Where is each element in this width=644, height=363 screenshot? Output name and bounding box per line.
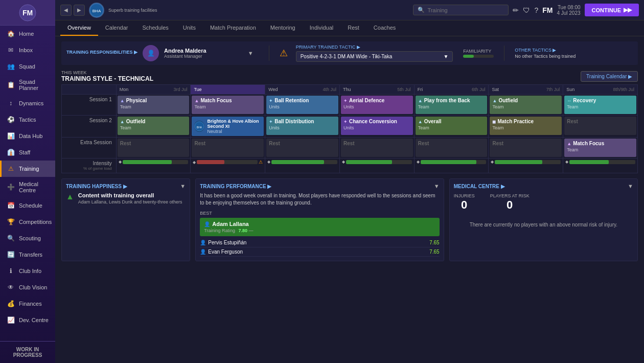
bottom-panels: TRAINING HAPPINESS ▶ ▼ ▲ Content with tr…: [61, 178, 638, 261]
medical-toggle[interactable]: ▼: [628, 183, 633, 189]
extra-sun[interactable]: ▲ Match Focus Team: [563, 138, 638, 158]
tactics-shortcut-icon[interactable]: 🛡: [523, 6, 530, 14]
tactic-dropdown-icon: ▼: [443, 54, 448, 59]
session1-mon[interactable]: ▲ Physical Team: [116, 95, 191, 116]
session2-thu[interactable]: ✦ Chance Conversion Units: [339, 116, 414, 138]
sidebar-item-finances[interactable]: 💰 Finances: [0, 296, 55, 312]
session1-sat[interactable]: ▲ Outfield Team: [489, 95, 563, 116]
finances-icon: 💰: [7, 300, 15, 308]
training-calendar-button[interactable]: Training Calendar ▶: [581, 71, 638, 82]
primary-tactic-area: PRIMARY TRAINED TACTIC ▶ Positive 4-2-3-…: [296, 44, 453, 62]
happiness-green-arrow-icon: ▲: [66, 192, 74, 201]
extra-thu[interactable]: Rest: [339, 138, 414, 158]
happiness-toggle[interactable]: ▼: [180, 183, 186, 189]
best-player-row: 👤 Adam Lallana Training Rating 7.80 —: [200, 218, 439, 236]
tab-rest[interactable]: Rest: [340, 20, 366, 36]
tactic-select[interactable]: Positive 4-2-3-1 DM AM Wide - Tiki-Taka …: [296, 51, 453, 62]
tab-match-preparation[interactable]: Match Preparation: [203, 20, 263, 36]
intensity-sun-marker: ◆: [565, 160, 568, 164]
extra-rest-wed[interactable]: Rest: [266, 139, 338, 157]
performance-description: It has been a good week overall in train…: [200, 192, 439, 207]
manager-dropdown-icon[interactable]: ▼: [248, 50, 254, 56]
session-play-from-back[interactable]: ▲ Play from the Back Team: [416, 96, 488, 114]
session-match-focus[interactable]: ▲ Match Focus Team: [192, 96, 264, 114]
session1-wed[interactable]: ✦ Ball Retention Units: [265, 95, 340, 116]
extra-rest-fri[interactable]: Rest: [416, 139, 488, 157]
pencil-icon[interactable]: ✏: [513, 6, 519, 14]
extra-fri[interactable]: Rest: [414, 138, 489, 158]
session2-sun[interactable]: Rest: [563, 116, 638, 138]
intensity-sat-marker: ◆: [491, 160, 494, 164]
performance-toggle[interactable]: ▼: [434, 183, 440, 189]
sidebar-item-squad-planner[interactable]: 📋 Squad Planner: [0, 75, 55, 95]
session1-thu[interactable]: ✦ Aerial Defence Units: [339, 95, 414, 116]
sidebar-item-staff[interactable]: 👔 Staff: [0, 144, 55, 161]
session2-tue[interactable]: BHA Brighton & Hove Albion Second XI Neu…: [191, 116, 265, 138]
extra-rest-thu[interactable]: Rest: [341, 139, 413, 157]
sidebar-item-dev-centre[interactable]: 📈 Dev. Centre: [0, 312, 55, 328]
extra-tue[interactable]: Rest: [191, 138, 265, 158]
extra-sat[interactable]: Rest: [489, 138, 563, 158]
sidebar-item-club-info[interactable]: ℹ Club Info: [0, 263, 55, 279]
sidebar-item-scouting[interactable]: 🔍 Scouting: [0, 230, 55, 246]
sidebar-item-club-vision[interactable]: 👁 Club Vision: [0, 279, 55, 296]
tab-overview[interactable]: Overview: [60, 20, 98, 36]
nav-forward-button[interactable]: ▶: [74, 5, 85, 16]
session-outfield-mon[interactable]: ▲ Outfield Team: [118, 117, 190, 135]
extra-rest-mon[interactable]: Rest: [118, 139, 190, 157]
session-brighton-match[interactable]: BHA Brighton & Hove Albion Second XI Neu…: [192, 117, 264, 136]
session-ball-distribution[interactable]: ✦ Ball Distribution Units: [266, 117, 338, 135]
extra-rest-tue[interactable]: Rest: [192, 139, 264, 157]
manager-role: Assistant Manager: [164, 54, 243, 59]
sidebar-item-dynamics[interactable]: ↕ Dynamics: [0, 95, 55, 111]
extra-rest-sat[interactable]: Rest: [490, 139, 562, 157]
session-rest-sun[interactable]: Rest: [564, 117, 636, 135]
session-chance-conversion[interactable]: ✦ Chance Conversion Units: [341, 117, 413, 135]
session2-wed[interactable]: ✦ Ball Distribution Units: [265, 116, 340, 138]
tab-coaches[interactable]: Coaches: [366, 20, 403, 36]
tab-mentoring[interactable]: Mentoring: [263, 20, 303, 36]
brighton-badge: BHA: [194, 121, 204, 132]
session-physical[interactable]: ▲ Physical Team: [118, 96, 190, 114]
search-input[interactable]: [427, 7, 504, 13]
tab-schedules[interactable]: Schedules: [135, 20, 175, 36]
performance-panel-header: TRAINING PERFORMANCE ▶ ▼: [200, 183, 439, 189]
tab-units[interactable]: Units: [176, 20, 203, 36]
extra-match-focus-sun[interactable]: ▲ Match Focus Team: [564, 139, 636, 157]
sidebar-item-inbox[interactable]: ✉ Inbox: [0, 42, 55, 58]
sidebar-item-schedule[interactable]: 📅 Schedule: [0, 197, 55, 214]
sidebar-item-home[interactable]: 🏠 Home: [0, 26, 55, 42]
session-recovery[interactable]: ↔ Recovery Team: [564, 96, 636, 114]
session1-fri[interactable]: ▲ Play from the Back Team: [414, 95, 489, 116]
session2-fri[interactable]: ▲ Overall Team: [414, 116, 489, 138]
session-outfield-sat[interactable]: ▲ Outfield Team: [490, 96, 562, 114]
tab-calendar[interactable]: Calendar: [98, 20, 135, 36]
help-icon[interactable]: ?: [534, 6, 538, 14]
aerial-icon: ✦: [343, 98, 348, 103]
session-match-practice[interactable]: ◼ Match Practice Team: [490, 117, 562, 135]
training-icon: ⚠: [7, 165, 15, 173]
session2-mon[interactable]: ▲ Outfield Team: [116, 116, 191, 138]
happiness-names: Adam Lallana, Lewis Dunk and twenty-thre…: [78, 199, 182, 205]
session2-sat[interactable]: ◼ Match Practice Team: [489, 116, 563, 138]
extra-wed[interactable]: Rest: [265, 138, 340, 158]
sidebar-item-tactics[interactable]: ⚽ Tactics: [0, 111, 55, 128]
search-bar[interactable]: 🔍: [413, 5, 509, 15]
session1-tue[interactable]: ▲ Match Focus Team: [191, 95, 265, 116]
session-overall[interactable]: ▲ Overall Team: [416, 117, 488, 135]
session1-sun[interactable]: ↔ Recovery Team: [563, 95, 638, 116]
sidebar-item-data-hub[interactable]: 📊 Data Hub: [0, 128, 55, 144]
nav-back-button[interactable]: ◀: [60, 5, 72, 16]
svg-text:BHA: BHA: [93, 9, 101, 13]
best-player-name: Adam Lallana: [212, 221, 249, 227]
continue-button[interactable]: CONTINUE ▶▶: [585, 4, 639, 16]
session-aerial-defence[interactable]: ✦ Aerial Defence Units: [341, 96, 413, 114]
sidebar-item-training[interactable]: ⚠ Training: [0, 161, 55, 177]
tab-individual[interactable]: Individual: [303, 20, 340, 36]
sidebar-item-transfers[interactable]: 🔄 Transfers: [0, 246, 55, 263]
sidebar-item-medical[interactable]: ➕ Medical Centre: [0, 177, 55, 197]
session-ball-retention[interactable]: ✦ Ball Retention Units: [266, 96, 338, 114]
extra-mon[interactable]: Rest: [116, 138, 191, 158]
sidebar-item-competitions[interactable]: 🏆 Competitions: [0, 214, 55, 230]
sidebar-item-squad[interactable]: 👥 Squad: [0, 58, 55, 75]
